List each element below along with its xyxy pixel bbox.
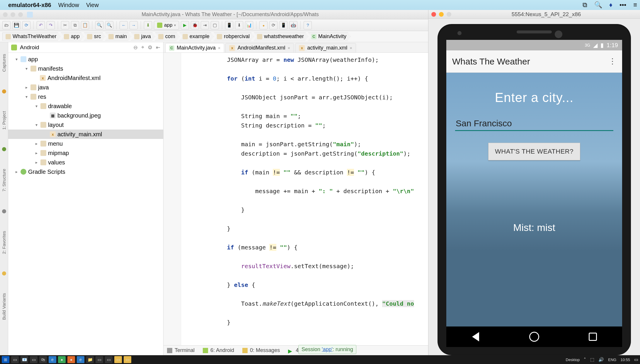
crumb-example[interactable]: example [179,33,214,41]
tree-android-manifest[interactable]: xAndroidManifest.xml [8,73,163,83]
nav-recents-icon[interactable] [586,330,599,343]
find-icon[interactable]: 🔍 [95,21,103,29]
tray-lang[interactable]: ENG [608,358,616,362]
crumb-class[interactable]: CMainActivity [308,33,351,41]
crumb-robpercival[interactable]: robpercival [214,33,254,41]
run-config-selector[interactable]: app ▾ [154,21,179,30]
crumb-src[interactable]: src [84,33,105,41]
stop-icon[interactable]: ▢ [211,21,219,29]
menubar-app-name[interactable]: emulator64-x86 [8,2,51,8]
task-app-icon[interactable]: ▭ [11,356,19,363]
save-icon[interactable]: 💾 [12,21,21,29]
nav-back-icon[interactable] [469,330,482,343]
tab-main-activity[interactable]: CMainActivity.java× [165,43,224,52]
task-app-icon[interactable]: ▭ [105,356,113,363]
task-app-icon[interactable]: ▭ [96,356,103,363]
sdk-icon[interactable]: ⬇ [235,21,243,29]
crumb-project[interactable]: WhatsTheWeather [2,33,61,41]
tree-manifests[interactable]: ▾manifests [8,64,163,73]
code-editor[interactable]: JSONArray arr = new JSONArray(weatherInf… [164,53,428,345]
settings-icon[interactable]: ⚙ [148,44,152,51]
task-app-icon[interactable]: ▭ [114,356,122,363]
replace-icon[interactable]: 🔍 [105,21,113,29]
sync-icon[interactable]: ⟳ [22,21,30,29]
nav-home-icon[interactable] [528,330,541,343]
close-icon[interactable]: × [218,45,221,50]
tree-res[interactable]: ▾res [8,92,163,101]
tree-menu[interactable]: ▸menu [8,139,163,148]
task-app-icon[interactable]: 📧 [21,356,28,363]
rail-structure[interactable]: 7: Structure [1,169,6,192]
hide-icon[interactable]: ⇤ [156,44,160,51]
undo-icon[interactable]: ↶ [37,21,45,29]
task-app-icon[interactable]: 📁 [86,356,94,363]
start-button[interactable]: ⊞ [2,356,9,363]
crumb-java[interactable]: java [131,33,155,41]
ide-traffic-lights[interactable] [3,12,23,17]
rail-project[interactable]: 1: Project [1,111,6,130]
overflow-menu-icon[interactable]: ⋮ [609,57,616,66]
tray-network-icon[interactable]: ⬚ [590,357,594,362]
close-icon[interactable]: × [288,45,290,50]
rail-build-variants[interactable]: Build Variants [1,293,6,320]
tree-java[interactable]: ▸java [8,83,163,92]
cut-icon[interactable]: ✂ [61,21,69,29]
tree-app[interactable]: ▾app [8,55,163,64]
emu-traffic-lights[interactable] [431,12,451,17]
collapse-icon[interactable]: ⊖ [133,44,138,51]
debug-icon[interactable]: 🐞 [191,21,199,29]
monitor-icon[interactable]: 📊 [245,21,253,29]
firebase-icon[interactable]: ♦ [609,1,612,9]
redo-icon[interactable]: ↷ [47,21,55,29]
android-tool-icon[interactable]: 🤖 [289,21,297,29]
forward-icon[interactable]: → [130,21,138,29]
attach-icon[interactable]: ⇥ [201,21,209,29]
city-input[interactable] [455,117,613,131]
task-app-icon[interactable]: ▭ [124,356,131,363]
help-icon[interactable]: ? [304,21,312,29]
task-app-icon[interactable]: e [49,356,56,363]
avd-icon[interactable]: 📱 [225,21,233,29]
search-icon[interactable]: 🔍 [594,1,602,9]
tree-activity-main[interactable]: xactivity_main.xml [8,130,163,139]
tree-values[interactable]: ▸values [8,158,163,167]
tray-notification-icon[interactable]: ▭ [634,357,638,362]
structure-icon[interactable]: ⬥ [259,21,268,29]
copy-icon[interactable]: ⧉ [71,21,79,29]
menu-window[interactable]: Window [58,2,79,8]
locate-icon[interactable]: ⌖ [141,44,144,51]
project-view-selector[interactable]: Android [20,44,39,51]
rail-favorites[interactable]: 2: Favorites [1,231,6,254]
tab-activity-main[interactable]: xactivity_main.xml× [295,43,356,52]
tray-desktop-label[interactable]: Desktop [566,358,580,362]
tool-android[interactable]: 6: Android [203,347,234,353]
tree-mipmap[interactable]: ▸mipmap [8,148,163,158]
task-app-icon[interactable]: 🛍 [39,356,47,363]
tree-background[interactable]: ▦background.jpeg [8,111,163,120]
tree-gradle[interactable]: ▸Gradle Scripts [8,167,163,176]
tray-volume-icon[interactable]: 🔊 [598,357,604,362]
tree-drawable[interactable]: ▾drawable [8,101,163,111]
tray-time[interactable]: 10:55 [620,358,630,362]
close-icon[interactable]: × [350,45,352,50]
task-app-icon[interactable]: ● [58,356,66,363]
crumb-main[interactable]: main [105,33,131,41]
menu-view[interactable]: View [86,2,99,8]
tool-terminal[interactable]: Terminal [167,347,195,353]
tab-android-manifest[interactable]: xAndroidManifest.xml× [225,43,294,52]
tray-chevron-icon[interactable]: ˄ [584,357,586,362]
overflow-icon[interactable]: ••• [619,1,626,9]
whats-the-weather-button[interactable]: WHAT'S THE WEATHER? [488,143,580,160]
device-icon[interactable]: 📱 [279,21,287,29]
sync-gradle-icon[interactable]: ⟳ [269,21,278,29]
task-app-icon[interactable]: ● [67,356,75,363]
tool-messages[interactable]: 0: Messages [242,347,280,353]
crumb-com[interactable]: com [155,33,180,41]
back-icon[interactable]: ← [120,21,128,29]
task-app-icon[interactable]: ▭ [30,356,38,363]
list-icon[interactable]: ≡ [633,1,637,9]
run-icon[interactable]: ▶ [181,21,189,29]
presentation-icon[interactable]: ⧉ [583,1,587,9]
open-icon[interactable]: 🗁 [2,21,11,29]
crumb-package[interactable]: whatstheweather [254,33,308,41]
